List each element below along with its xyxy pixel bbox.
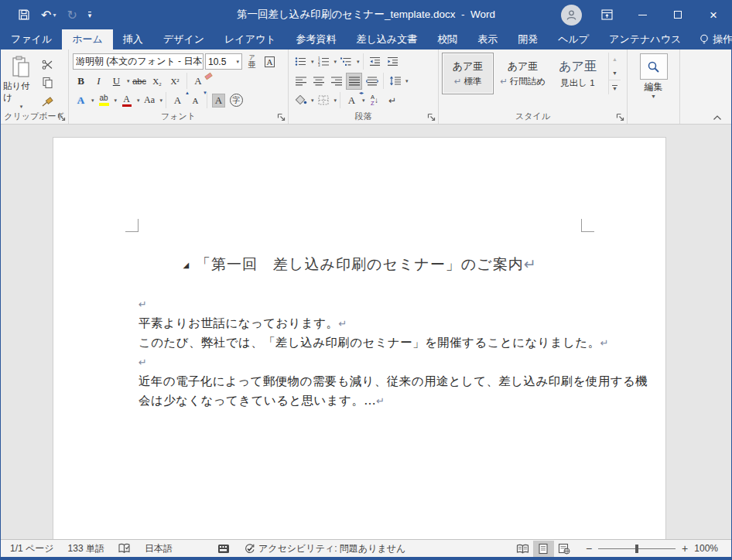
ribbon-display-options-button[interactable] <box>589 0 624 29</box>
page-indicator[interactable]: 1/1 ページ <box>3 542 61 555</box>
print-layout-button[interactable] <box>533 541 554 557</box>
font-size-combo[interactable]: 10.5▾ <box>205 53 242 70</box>
clear-formatting-button[interactable]: A <box>190 73 207 90</box>
change-case-button[interactable]: Aa <box>142 92 158 109</box>
zoom-slider[interactable] <box>598 548 676 549</box>
align-right-button[interactable] <box>328 73 344 90</box>
enclose-characters-button[interactable]: 字 <box>228 92 245 109</box>
document-area[interactable]: ◢「第一回 差し込み印刷のセミナー」のご案内↵ ↵ 平素よりお世話になっておりま… <box>1 125 731 539</box>
bold-button[interactable]: B <box>73 73 89 90</box>
proofing-status[interactable] <box>111 543 138 554</box>
paragraph-line[interactable]: 会は少なくなってきていると思います。…↵ <box>139 391 586 411</box>
underline-caret-icon[interactable]: ▾ <box>127 78 130 84</box>
collapse-ribbon-button[interactable] <box>713 114 722 121</box>
qat-customize-button[interactable]: ▾ <box>88 12 92 19</box>
strikethrough-button[interactable]: abc <box>132 73 148 90</box>
decrease-indent-button[interactable] <box>367 53 383 70</box>
sort-button[interactable]: AZ ↓ <box>367 92 383 109</box>
ime-status[interactable] <box>210 544 237 554</box>
font-color-button[interactable]: A <box>118 92 135 109</box>
style-card-heading1[interactable]: あア亜 見出し 1 <box>552 53 604 94</box>
align-center-button[interactable] <box>310 73 327 90</box>
proofing-book-icon <box>118 543 131 554</box>
justify-button[interactable] <box>346 73 362 90</box>
document-page[interactable]: ◢「第一回 差し込み印刷のセミナー」のご案内↵ ↵ 平素よりお世話になっておりま… <box>53 137 666 539</box>
document-body[interactable]: ↵ 平素よりお世話になっております。↵ このたび、弊社では、「差し込み印刷のセミ… <box>139 295 586 411</box>
language-indicator[interactable]: 日本語 <box>138 542 180 555</box>
paragraph-dialog-launcher[interactable] <box>427 113 436 121</box>
copy-button[interactable] <box>39 75 56 90</box>
undo-caret-icon[interactable]: ▾ <box>53 12 56 19</box>
styles-scroll-down-button[interactable]: ▼ <box>609 67 621 80</box>
document-heading[interactable]: ◢「第一回 差し込み印刷のセミナー」のご案内↵ <box>139 254 581 275</box>
tab-help[interactable]: ヘルプ <box>548 29 599 50</box>
bullets-button[interactable] <box>292 53 309 70</box>
tab-home[interactable]: ホーム <box>62 29 113 50</box>
format-painter-button[interactable] <box>39 94 56 109</box>
read-mode-button[interactable] <box>512 541 533 557</box>
shrink-font-button[interactable]: A▼ <box>187 92 204 109</box>
maximize-button[interactable] <box>660 0 696 29</box>
tab-antennahouse[interactable]: アンテナハウス <box>599 29 691 50</box>
distribute-button[interactable] <box>364 73 380 90</box>
undo-button[interactable]: ↶▾ <box>41 8 56 22</box>
web-layout-button[interactable] <box>554 541 575 557</box>
styles-dialog-launcher[interactable] <box>616 113 624 121</box>
superscript-button[interactable]: X² <box>167 73 183 90</box>
font-name-combo[interactable]: 游明朝 (本文のフォント - 日本▾ <box>73 53 204 70</box>
zoom-out-button[interactable]: − <box>586 542 592 555</box>
font-dialog-launcher[interactable] <box>277 113 286 121</box>
paragraph-line[interactable]: 近年の電子化によって郵便物の需要も減り、従来の用途として、差し込み印刷を使用する… <box>139 372 586 391</box>
phonetic-guide-button[interactable]: ア亜 <box>244 53 260 70</box>
borders-button[interactable] <box>316 92 332 109</box>
style-card-no-spacing[interactable]: あア亜 ↵ 行間詰め <box>497 53 549 94</box>
word-count[interactable]: 133 単語 <box>61 542 111 555</box>
tell-me-button[interactable]: 操作アシ <box>691 29 732 50</box>
numbering-button[interactable]: 123 <box>316 53 332 70</box>
character-border-button[interactable]: A <box>262 53 278 70</box>
cut-button[interactable] <box>39 56 56 72</box>
tab-design[interactable]: デザイン <box>153 29 214 50</box>
line-spacing-button[interactable] <box>387 73 403 90</box>
italic-button[interactable]: I <box>91 73 107 90</box>
asian-layout-button[interactable]: A◂▸ <box>344 92 360 109</box>
grow-font-button[interactable]: A▲ <box>169 92 186 109</box>
clipboard-dialog-launcher[interactable] <box>57 113 66 121</box>
tab-developer[interactable]: 開発 <box>508 29 548 50</box>
show-marks-button[interactable]: ↵ <box>385 92 401 109</box>
multilevel-list-button[interactable] <box>338 53 354 70</box>
align-left-button[interactable] <box>292 73 309 90</box>
style-card-normal[interactable]: あア亜 ↵ 標準 <box>442 53 494 94</box>
increase-indent-button[interactable] <box>385 53 401 70</box>
zoom-level[interactable]: 100% <box>688 543 729 554</box>
character-shading-button[interactable]: A <box>210 92 227 109</box>
heading-collapse-icon[interactable]: ◢ <box>183 261 190 269</box>
tab-layout[interactable]: レイアウト <box>214 29 286 50</box>
zoom-in-button[interactable]: + <box>682 542 688 555</box>
save-icon[interactable] <box>18 9 30 21</box>
paragraph-line[interactable]: ↵ <box>139 295 586 314</box>
paragraph-line[interactable]: このたび、弊社では、「差し込み印刷のセミナー」を開催することになりました。↵ <box>139 333 586 353</box>
close-button[interactable]: × <box>696 0 731 29</box>
paste-button[interactable]: 貼り付け ▾ <box>3 52 39 111</box>
account-avatar[interactable] <box>553 0 589 29</box>
subscript-button[interactable]: X₂ <box>149 73 166 90</box>
accessibility-status[interactable]: アクセシビリティ: 問題ありません <box>237 542 412 555</box>
tab-references[interactable]: 参考資料 <box>286 29 347 50</box>
highlight-color-button[interactable]: ab <box>96 92 112 109</box>
tab-file[interactable]: ファイル <box>1 29 62 50</box>
paragraph-line[interactable]: 平素よりお世話になっております。↵ <box>139 314 586 333</box>
text-effects-button[interactable]: A <box>73 92 89 109</box>
minimize-button[interactable] <box>624 0 660 29</box>
tab-mailings[interactable]: 差し込み文書 <box>347 29 428 50</box>
shading-button[interactable] <box>292 92 309 109</box>
styles-gallery-more-button[interactable]: ▼ <box>609 80 621 94</box>
zoom-slider-thumb[interactable] <box>635 545 638 553</box>
editing-dropdown[interactable]: 編集 <box>628 80 679 94</box>
paragraph-line[interactable]: ↵ <box>139 353 586 372</box>
tab-view[interactable]: 表示 <box>467 29 508 50</box>
tab-insert[interactable]: 挿入 <box>113 29 153 50</box>
find-button[interactable] <box>640 53 668 80</box>
underline-button[interactable]: U <box>108 73 125 90</box>
tab-review[interactable]: 校閲 <box>427 29 467 50</box>
